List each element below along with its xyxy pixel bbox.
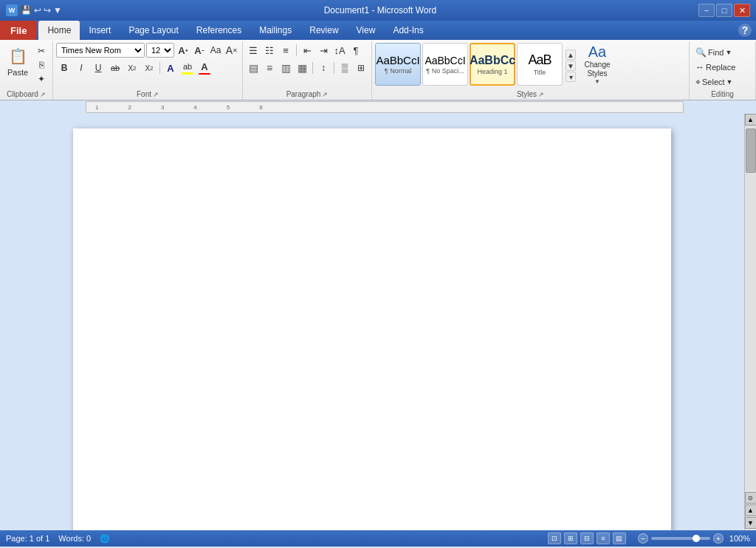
subscript-button[interactable]: X2 — [124, 61, 140, 75]
change-styles-label: ChangeStyles — [584, 61, 610, 78]
change-styles-button[interactable]: Aa ChangeStyles ▼ — [579, 43, 616, 86]
borders-btn[interactable]: ⊞ — [354, 61, 368, 75]
print-layout-btn[interactable]: ⊡ — [548, 532, 561, 544]
show-hide-btn[interactable]: ¶ — [348, 43, 363, 58]
review-tab[interactable]: Review — [300, 21, 347, 40]
font-size-select[interactable]: 12 — [146, 43, 174, 58]
select-btn[interactable]: ⌖ Select ▼ — [693, 75, 736, 89]
find-btn[interactable]: 🔍 Find ▼ — [693, 46, 735, 59]
style-no-spacing[interactable]: AaBbCcI ¶ No Spaci... — [422, 43, 468, 86]
font-shrink-btn[interactable]: A− — [192, 43, 207, 58]
zoom-thumb[interactable] — [693, 535, 700, 542]
mailings-tab[interactable]: Mailings — [250, 21, 300, 40]
help-btn[interactable]: ? — [738, 24, 752, 37]
title-bar: W 💾 ↩ ↪ ▼ Document1 - Microsoft Word − □… — [0, 0, 756, 21]
italic-button[interactable]: I — [73, 61, 89, 75]
paste-button[interactable]: 📋 Paste — [3, 43, 32, 78]
decrease-indent-btn[interactable]: ⇤ — [300, 43, 315, 58]
redo-qa-btn[interactable]: ↪ — [44, 5, 51, 16]
align-right-btn[interactable]: ▥ — [278, 61, 293, 75]
line-spacing-btn[interactable]: ↕ — [316, 61, 331, 75]
clipboard-label: Clipboard ↗ — [3, 89, 49, 100]
next-page-btn[interactable]: ▼ — [745, 517, 757, 529]
close-btn[interactable]: ✕ — [734, 4, 750, 17]
numbering-btn[interactable]: ☷ — [262, 43, 277, 58]
sort-btn[interactable]: ↕A — [332, 43, 347, 58]
insert-tab[interactable]: Insert — [80, 21, 120, 40]
justify-btn[interactable]: ▦ — [295, 61, 309, 75]
font-grow-btn[interactable]: A+ — [176, 43, 190, 58]
style-normal[interactable]: AaBbCcI ¶ Normal — [375, 43, 421, 86]
styles-group: AaBbCcI ¶ Normal AaBbCcI ¶ No Spaci... A… — [372, 41, 690, 100]
text-effects-btn[interactable]: A — [162, 61, 179, 75]
font-content: Times New Rom 12 A+ A− Aa A✕ B I U ab X2… — [56, 43, 239, 89]
replace-btn[interactable]: ↔ Replace — [693, 61, 738, 74]
font-name-select[interactable]: Times New Rom — [56, 43, 145, 58]
highlight-color-btn[interactable]: ab — [179, 61, 196, 75]
font-color-btn[interactable]: A — [196, 61, 213, 75]
shading-btn[interactable]: ▒ — [337, 61, 352, 75]
format-painter-button[interactable]: ✦ — [34, 72, 49, 86]
view-tab[interactable]: View — [348, 21, 385, 40]
references-tab[interactable]: References — [188, 21, 250, 40]
change-case-btn[interactable]: Aa — [208, 43, 223, 58]
multilevel-list-btn[interactable]: ≡ — [278, 43, 293, 58]
document-area[interactable] — [0, 114, 744, 530]
outline-btn[interactable]: ≡ — [597, 532, 610, 544]
language-btn[interactable]: 🌐 — [100, 534, 110, 544]
prev-page-btn[interactable]: ▲ — [745, 504, 757, 516]
underline-button[interactable]: U — [90, 61, 106, 75]
save-qa-btn[interactable]: 💾 — [21, 5, 32, 16]
paragraph-content: ☰ ☷ ≡ ⇤ ⇥ ↕A ¶ ▤ ≡ ▥ ▦ ↕ ▒ ⊞ — [246, 43, 368, 89]
font-expand[interactable]: ↗ — [153, 91, 159, 98]
ruler: 1 2 3 4 5 6 — [86, 101, 684, 113]
scroll-track[interactable] — [745, 126, 756, 490]
style-heading1[interactable]: AaBbCc Heading 1 — [470, 43, 515, 86]
style-title-text: AaB — [528, 52, 551, 68]
zoom-slider[interactable] — [651, 537, 710, 540]
copy-button[interactable]: ⎘ — [34, 58, 49, 72]
web-layout-btn[interactable]: ⊟ — [580, 532, 594, 544]
paragraph-group: ☰ ☷ ≡ ⇤ ⇥ ↕A ¶ ▤ ≡ ▥ ▦ ↕ ▒ ⊞ — [243, 41, 372, 100]
full-screen-btn[interactable]: ⊞ — [564, 532, 577, 544]
clipboard-expand[interactable]: ↗ — [40, 91, 46, 98]
editing-label: Editing — [693, 89, 752, 100]
status-right: ⊡ ⊞ ⊟ ≡ ▤ − + 100% — [548, 532, 750, 544]
styles-scroll: ▲ ▼ ▾ — [564, 43, 577, 89]
strikethrough-button[interactable]: ab — [107, 61, 123, 75]
style-title[interactable]: AaB Title — [517, 43, 563, 86]
cut-button[interactable]: ✂ — [34, 44, 49, 58]
clear-formatting-btn[interactable]: A✕ — [224, 43, 239, 58]
qa-dropdown-btn[interactable]: ▼ — [53, 5, 62, 16]
zoom-out-btn[interactable]: − — [638, 533, 648, 544]
align-center-btn[interactable]: ≡ — [262, 61, 277, 75]
styles-more-btn[interactable]: ▾ — [566, 72, 576, 82]
addins-tab[interactable]: Add-Ins — [384, 21, 432, 40]
bullets-btn[interactable]: ☰ — [246, 43, 261, 58]
style-no-spacing-text: AaBbCcI — [425, 55, 465, 66]
scroll-thumb[interactable] — [746, 129, 756, 173]
paragraph-expand[interactable]: ↗ — [322, 91, 328, 98]
document-page[interactable] — [73, 129, 671, 530]
styles-scroll-up[interactable]: ▲ — [566, 49, 576, 60]
word-icon: W — [6, 4, 18, 16]
scroll-up-btn[interactable]: ▲ — [745, 114, 757, 126]
superscript-button[interactable]: X2 — [141, 61, 157, 75]
document-content[interactable] — [132, 173, 612, 468]
home-tab[interactable]: Home — [38, 21, 80, 40]
file-tab[interactable]: File — [0, 21, 37, 40]
vertical-scrollbar: ▲ ⊙ ▲ ▼ — [744, 114, 756, 530]
title-bar-left: W 💾 ↩ ↪ ▼ — [6, 4, 62, 16]
draft-btn[interactable]: ▤ — [613, 532, 626, 544]
undo-qa-btn[interactable]: ↩ — [34, 5, 41, 16]
align-left-btn[interactable]: ▤ — [246, 61, 261, 75]
bold-button[interactable]: B — [56, 61, 72, 75]
styles-expand[interactable]: ↗ — [538, 91, 544, 98]
zoom-in-btn[interactable]: + — [713, 533, 724, 544]
restore-btn[interactable]: □ — [716, 4, 732, 17]
minimize-btn[interactable]: − — [698, 4, 715, 17]
select-browse-btn[interactable]: ⊙ — [745, 492, 757, 504]
styles-scroll-down[interactable]: ▼ — [566, 61, 576, 71]
increase-indent-btn[interactable]: ⇥ — [316, 43, 331, 58]
page-layout-tab[interactable]: Page Layout — [120, 21, 187, 40]
